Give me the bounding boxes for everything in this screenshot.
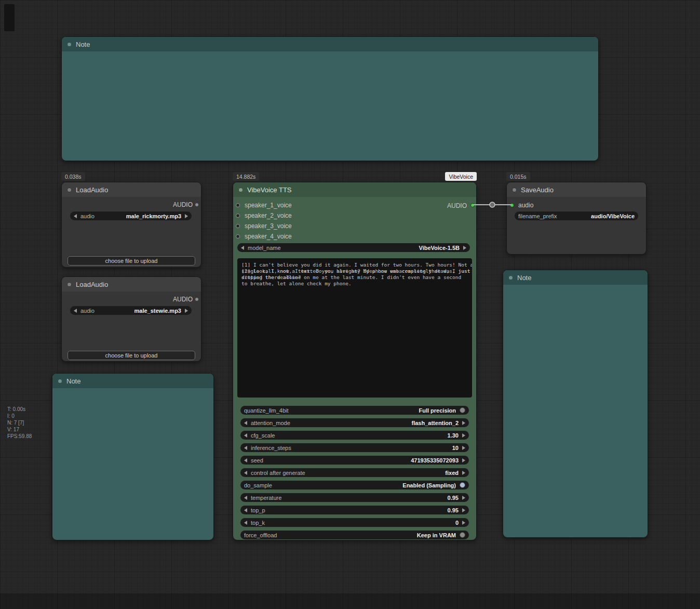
next-arrow-icon[interactable] — [462, 471, 465, 475]
text-input[interactable]: [1] I can't believe you did it again. I … — [237, 258, 472, 398]
audio-output-slot[interactable] — [195, 297, 199, 301]
collapse-dot[interactable] — [512, 188, 517, 192]
next-arrow-icon[interactable] — [462, 421, 465, 425]
prev-arrow-icon[interactable] — [244, 433, 247, 438]
node-source-badge: VibeVoice — [445, 172, 477, 181]
prev-arrow-icon[interactable] — [244, 496, 247, 500]
node-title: VibeVoice TTS — [247, 186, 292, 194]
prev-arrow-icon[interactable] — [244, 508, 247, 512]
widget-value: flash_attention_2 — [412, 420, 459, 426]
prev-arrow-icon[interactable] — [74, 214, 77, 218]
collapse-dot[interactable] — [67, 188, 72, 192]
widget-seed[interactable]: seed 471935335072093 — [240, 456, 469, 465]
prev-arrow-icon[interactable] — [244, 458, 247, 462]
load-audio-node-2[interactable]: LoadAudio AUDIO audio male_stewie.mp3 ch… — [61, 276, 201, 362]
widget-value: 0 — [455, 520, 459, 526]
next-arrow-icon[interactable] — [463, 246, 466, 250]
load-audio-2-titlebar[interactable]: LoadAudio — [62, 277, 201, 292]
toggle-dot[interactable] — [460, 407, 465, 413]
widget-do-sample[interactable]: do_sample Enabled (Sampling) — [240, 481, 469, 489]
widget-name: force_offload — [244, 532, 277, 538]
next-arrow-icon[interactable] — [185, 214, 188, 218]
filename-prefix-widget[interactable]: filename_prefix audio/VibeVoice — [515, 211, 638, 220]
widget-value: Full precision — [419, 407, 456, 414]
prev-arrow-icon[interactable] — [241, 246, 244, 250]
widget-name: attention_mode — [251, 420, 290, 426]
widget-attention-mode[interactable]: attention_mode flash_attention_2 — [240, 418, 469, 427]
widget-quantize-llm-4bit[interactable]: quantize_llm_4bit Full precision — [240, 406, 469, 415]
input-slot-label: speaker_4_voice — [245, 233, 292, 240]
widget-cfg-scale[interactable]: cfg_scale 1.30 — [240, 431, 469, 440]
widget-inference-steps[interactable]: inference_steps 10 — [240, 443, 469, 452]
node-title: LoadAudio — [76, 186, 108, 194]
widget-temperature[interactable]: temperature 0.95 — [240, 493, 469, 502]
prev-arrow-icon[interactable] — [244, 471, 247, 475]
next-arrow-icon[interactable] — [462, 508, 465, 512]
speaker-1-voice-input-slot[interactable] — [236, 203, 240, 207]
vibevoice-titlebar[interactable]: VibeVoice TTS — [233, 182, 476, 197]
execution-time-badge: 0.015s — [506, 172, 530, 181]
menu-corner-stub — [4, 4, 15, 31]
prev-arrow-icon[interactable] — [244, 521, 247, 525]
widget-model-name[interactable]: model_name VibeVoice-1.5B — [237, 243, 470, 252]
widget-name: inference_steps — [251, 445, 291, 451]
note-node-right-titlebar[interactable]: Note — [503, 270, 648, 285]
note-node-left[interactable]: Note — [52, 373, 214, 540]
widget-name: do_sample — [244, 482, 272, 488]
widget-value: male_rickmorty.mp3 — [126, 213, 181, 219]
audio-file-widget[interactable]: audio male_rickmorty.mp3 — [70, 211, 192, 220]
vibevoice-tts-node[interactable]: VibeVoice TTS speaker_1_voice speaker_2_… — [233, 182, 477, 540]
load-audio-node-1[interactable]: LoadAudio AUDIO audio male_rickmorty.mp3… — [61, 182, 201, 268]
save-audio-titlebar[interactable]: SaveAudio — [507, 182, 646, 197]
audio-output-slot[interactable] — [470, 203, 475, 207]
prev-arrow-icon[interactable] — [244, 446, 247, 450]
audio-file-widget[interactable]: audio male_stewie.mp3 — [70, 306, 192, 315]
toggle-dot[interactable] — [460, 482, 465, 488]
audio-output-slot[interactable] — [195, 203, 199, 207]
toggle-dot[interactable] — [460, 532, 465, 538]
choose-file-button[interactable]: choose file to upload — [68, 351, 195, 360]
execution-time-badge: 0.038s — [61, 172, 85, 181]
text-line: to breathe, let alone check my phone. — [241, 281, 468, 287]
link-midpoint-dot[interactable] — [490, 202, 495, 207]
audio-input-slot[interactable] — [510, 203, 514, 207]
note-node-top-titlebar[interactable]: Note — [62, 37, 598, 51]
text-line-overlap: [2] Look, I know, I texted you, alright?… — [241, 268, 468, 274]
widget-top-k[interactable]: top_k 0 — [240, 518, 469, 527]
save-audio-node[interactable]: SaveAudio audio filename_prefix audio/Vi… — [506, 182, 647, 255]
load-audio-1-titlebar[interactable]: LoadAudio — [62, 182, 201, 197]
next-arrow-icon[interactable] — [462, 446, 465, 450]
collapse-dot[interactable] — [238, 188, 243, 192]
node-title: Note — [517, 274, 531, 282]
speaker-2-voice-input-slot[interactable] — [236, 214, 240, 218]
speaker-4-voice-input-slot[interactable] — [236, 234, 240, 239]
widget-force-offload[interactable]: force_offload Keep in VRAM — [240, 531, 469, 539]
note-node-left-titlebar[interactable]: Note — [52, 374, 213, 388]
node-title: SaveAudio — [521, 186, 554, 194]
next-arrow-icon[interactable] — [185, 309, 188, 313]
next-arrow-icon[interactable] — [462, 458, 465, 462]
widget-name: control after generate — [251, 470, 305, 476]
collapse-dot[interactable] — [508, 275, 513, 280]
next-arrow-icon[interactable] — [462, 521, 465, 525]
prev-arrow-icon[interactable] — [74, 309, 77, 313]
collapse-dot[interactable] — [58, 379, 62, 383]
widget-name: seed — [251, 457, 263, 464]
next-arrow-icon[interactable] — [462, 496, 465, 500]
prev-arrow-icon[interactable] — [244, 421, 247, 425]
node-title: Note — [66, 377, 80, 385]
output-slot-label: AUDIO — [173, 296, 193, 303]
collapse-dot[interactable] — [67, 282, 72, 287]
widget-control-after-generate[interactable]: control after generate fixed — [240, 468, 469, 477]
widget-name: quantize_llm_4bit — [244, 407, 289, 414]
note-node-top[interactable]: Note — [61, 36, 599, 161]
node-graph-canvas[interactable]: Note 0.038s LoadAudio AUDIO audio male_r… — [0, 0, 700, 609]
next-arrow-icon[interactable] — [462, 433, 465, 438]
collapse-dot[interactable] — [67, 42, 72, 47]
stat-iteration: I: 0 — [7, 413, 32, 419]
stat-time: T: 0.00s — [7, 406, 32, 413]
choose-file-button[interactable]: choose file to upload — [68, 256, 195, 266]
widget-top-p[interactable]: top_p 0.95 — [240, 506, 469, 514]
note-node-right[interactable]: Note — [503, 270, 648, 538]
speaker-3-voice-input-slot[interactable] — [236, 224, 240, 228]
